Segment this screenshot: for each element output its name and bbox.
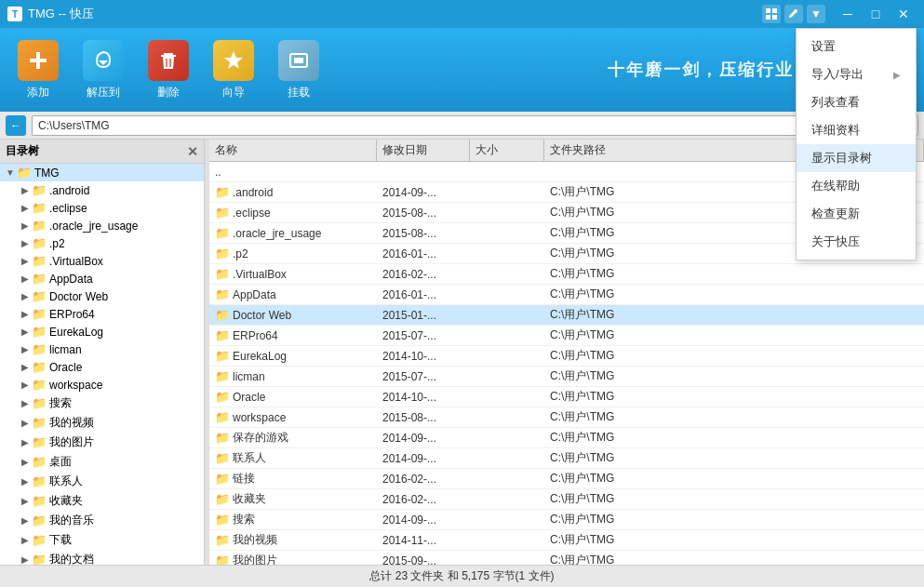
file-cell-date: 2016-01-... [377, 288, 470, 301]
menu-item[interactable]: 详细资料 [797, 116, 916, 144]
back-button[interactable]: ← [6, 115, 26, 136]
folder-icon: 📁 [32, 416, 47, 430]
tree-item[interactable]: ▶📁桌面 [0, 452, 204, 472]
folder-icon: 📁 [32, 494, 47, 508]
grid-icon[interactable] [762, 5, 781, 23]
col-header-size[interactable]: 大小 [470, 140, 544, 161]
file-cell-name: 📁.eclipse [209, 206, 377, 220]
file-row[interactable]: 📁我的图片2015-09-...C:\用户\TMG [209, 551, 924, 565]
tree-item[interactable]: ▶📁licman [0, 340, 204, 358]
file-row[interactable]: 📁Doctor Web2015-01-...C:\用户\TMG [209, 305, 924, 326]
tree-item[interactable]: ▶📁我的图片 [0, 433, 204, 452]
file-row[interactable]: 📁EurekaLog2014-10-...C:\用户\TMG [209, 346, 924, 367]
menu-item[interactable]: 列表查看 [797, 88, 916, 116]
file-folder-icon: 📁 [215, 369, 230, 383]
tree-item-label: 我的图片 [49, 434, 94, 450]
wrench-icon[interactable] [784, 5, 803, 23]
file-cell-name: 📁workspace [209, 410, 377, 424]
folder-icon: 📁 [32, 272, 47, 286]
menu-item[interactable]: 在线帮助 [797, 172, 916, 200]
file-cell-path: C:\用户\TMG [544, 553, 924, 565]
file-row[interactable]: 📁AppData2016-01-...C:\用户\TMG [209, 285, 924, 305]
menu-item[interactable]: 关于快压 [797, 228, 916, 256]
svg-rect-1 [772, 8, 777, 13]
file-row[interactable]: 📁联系人2014-09-...C:\用户\TMG [209, 448, 924, 469]
extract-button[interactable]: 解压到 [80, 40, 127, 100]
delete-button[interactable]: 删除 [145, 40, 192, 100]
address-path[interactable]: C:\Users\TMG [32, 115, 918, 136]
file-row[interactable]: 📁.VirtualBox2016-02-...C:\用户\TMG [209, 264, 924, 285]
status-bar: 总计 23 文件夹 和 5,175 字节(1 文件) [0, 565, 924, 587]
tree-item[interactable]: ▶📁Oracle [0, 358, 204, 376]
menu-item[interactable]: 导入/导出▶ [797, 60, 916, 88]
tree-item[interactable]: ▶📁AppData [0, 270, 204, 287]
tree-item[interactable]: ▶📁我的文档 [0, 550, 204, 565]
mount-button[interactable]: 挂载 [275, 40, 322, 100]
tree-arrow: ▶ [19, 220, 32, 231]
file-cell-name: 📁Oracle [209, 390, 377, 404]
tree-close-button[interactable]: ✕ [187, 144, 198, 159]
file-folder-icon: 📁 [215, 206, 230, 220]
file-row[interactable]: 📁licman2015-07-...C:\用户\TMG [209, 367, 924, 387]
add-button[interactable]: 添加 [15, 40, 61, 100]
maximize-button[interactable]: □ [863, 4, 889, 24]
menu-item[interactable]: 显示目录树 [797, 144, 916, 172]
file-row[interactable]: 📁workspace2015-08-...C:\用户\TMG [209, 407, 924, 428]
file-cell-name: 📁AppData [209, 287, 377, 301]
file-cell-date: 2014-09-... [377, 432, 470, 445]
close-button[interactable]: ✕ [891, 4, 917, 24]
toolbar: 添加 解压到 删除 向导 [0, 28, 924, 112]
dropdown-menu: 设置导入/导出▶列表查看详细资料显示目录树在线帮助检查更新关于快压 [796, 28, 917, 260]
tree-item[interactable]: ▶📁联系人 [0, 472, 204, 491]
tree-arrow: ▶ [19, 398, 32, 408]
file-row[interactable]: 📁链接2016-02-...C:\用户\TMG [209, 469, 924, 489]
file-row[interactable]: 📁收藏夹2016-02-...C:\用户\TMG [209, 489, 924, 510]
menu-item[interactable]: 检查更新 [797, 200, 916, 228]
menu-item[interactable]: 设置 [797, 33, 916, 60]
tree-arrow: ▶ [19, 496, 32, 506]
tree-item[interactable]: ▶📁EurekaLog [0, 323, 204, 340]
title-bar: T TMG -- 快压 ▼ ─ □ ✕ [0, 0, 924, 28]
wizard-button[interactable]: 向导 [210, 40, 257, 100]
file-cell-name: 📁.p2 [209, 247, 377, 260]
file-folder-icon: 📁 [215, 267, 230, 281]
minimize-button[interactable]: ─ [835, 4, 861, 24]
tree-arrow: ▶ [19, 273, 32, 284]
tree-arrow: ▶ [19, 362, 32, 372]
tree-item-label: 我的音乐 [49, 513, 94, 528]
tree-arrow: ▶ [19, 515, 32, 526]
tree-item[interactable]: ▶📁.oracle_jre_usage [0, 217, 204, 234]
tree-root[interactable]: ▼ 📁 TMG [0, 164, 204, 181]
tree-item[interactable]: ▶📁.android [0, 181, 204, 199]
tree-item-label: .p2 [49, 237, 65, 250]
tree-item[interactable]: ▶📁下载 [0, 530, 204, 550]
col-header-name[interactable]: 名称 [209, 140, 377, 161]
tree-item-label: .android [49, 184, 89, 197]
svg-rect-6 [164, 53, 173, 55]
tree-item[interactable]: ▶📁我的音乐 [0, 511, 204, 530]
file-row[interactable]: 📁保存的游戏2014-09-...C:\用户\TMG [209, 428, 924, 448]
tree-item[interactable]: ▶📁我的视频 [0, 413, 204, 433]
tree-item[interactable]: ▶📁.VirtualBox [0, 252, 204, 270]
tree-item[interactable]: ▶📁搜索 [0, 394, 204, 413]
tree-item[interactable]: ▶📁Doctor Web [0, 287, 204, 305]
file-cell-path: C:\用户\TMG [544, 491, 924, 507]
file-row[interactable]: 📁我的视频2014-11-...C:\用户\TMG [209, 530, 924, 551]
menu-item-label: 检查更新 [811, 206, 860, 222]
folder-icon: 📁 [32, 455, 47, 469]
dropdown-arrow-icon[interactable]: ▼ [807, 5, 825, 23]
col-header-date[interactable]: 修改日期 [377, 140, 470, 161]
tree-item[interactable]: ▶📁.p2 [0, 234, 204, 252]
file-row[interactable]: 📁ERPro642015-07-...C:\用户\TMG [209, 326, 924, 346]
main-area: 目录树 ✕ ▼ 📁 TMG ▶📁.android▶📁.eclipse▶📁.ora… [0, 140, 924, 565]
file-row[interactable]: 📁搜索2014-09-...C:\用户\TMG [209, 510, 924, 530]
tree-item[interactable]: ▶📁ERPro64 [0, 305, 204, 323]
file-cell-date: 2015-08-... [377, 227, 470, 240]
file-folder-icon: 📁 [215, 390, 230, 404]
file-cell-path: C:\用户\TMG [544, 409, 924, 425]
file-row[interactable]: 📁Oracle2014-10-...C:\用户\TMG [209, 387, 924, 407]
tree-item[interactable]: ▶📁收藏夹 [0, 491, 204, 511]
file-folder-icon: 📁 [215, 328, 230, 342]
tree-item[interactable]: ▶📁.eclipse [0, 199, 204, 217]
tree-item[interactable]: ▶📁workspace [0, 376, 204, 394]
